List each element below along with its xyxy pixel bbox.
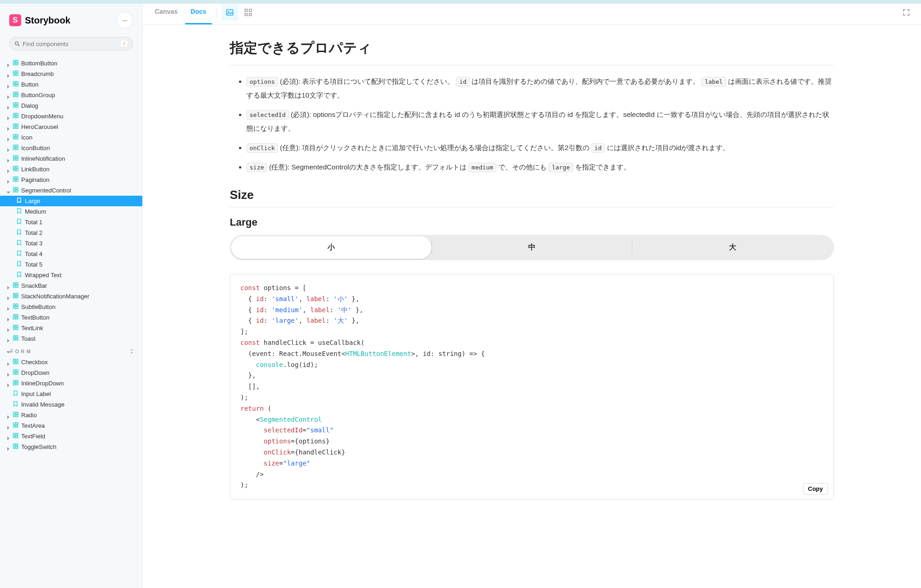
- component-icon: [13, 155, 18, 162]
- component-icon: [13, 293, 18, 300]
- brand[interactable]: S Storybook: [9, 14, 70, 26]
- prop-code: id: [591, 143, 605, 153]
- svg-rect-101: [16, 444, 18, 446]
- svg-rect-27: [16, 127, 18, 128]
- story-icon: [17, 240, 22, 247]
- brand-name: Storybook: [25, 15, 70, 26]
- image-icon: [226, 9, 233, 16]
- svg-rect-64: [13, 314, 15, 316]
- sidebar-component-snackbar[interactable]: SnackBar: [0, 280, 142, 291]
- svg-rect-82: [13, 373, 15, 374]
- svg-rect-48: [13, 187, 15, 189]
- sidebar-component-dropdown[interactable]: DropDown: [0, 367, 142, 378]
- component-icon: [13, 134, 18, 141]
- sidebar-component-textarea[interactable]: TextArea: [0, 420, 142, 431]
- sidebar-component-dialog[interactable]: Dialog: [0, 100, 142, 111]
- svg-rect-6: [13, 74, 15, 76]
- sidebar-story-invalid-message[interactable]: Invalid Message: [0, 399, 142, 410]
- svg-rect-7: [16, 74, 18, 76]
- sidebar-story-medium[interactable]: Medium: [0, 206, 142, 217]
- svg-rect-3: [16, 63, 18, 65]
- sidebar-story-total-4[interactable]: Total 4: [0, 249, 142, 259]
- tree-label: SubtleButton: [21, 303, 55, 310]
- svg-rect-65: [16, 314, 18, 316]
- search-field[interactable]: [23, 41, 117, 47]
- svg-rect-58: [13, 296, 15, 298]
- sidebar-component-bottombutton[interactable]: BottomButton: [0, 58, 142, 69]
- tree-label: SnackBar: [21, 282, 47, 289]
- seg-item-medium[interactable]: 中: [432, 236, 632, 259]
- sidebar-story-input-label[interactable]: Input Label: [0, 389, 142, 399]
- sidebar-component-breadcrumb[interactable]: Breadcrumb: [0, 69, 142, 79]
- sidebar-component-segmentedcontrol[interactable]: SegmentedControl: [0, 185, 142, 196]
- tool-grid[interactable]: [240, 4, 256, 21]
- sidebar-component-textfield[interactable]: TextField: [0, 431, 142, 442]
- sidebar-component-linkbutton[interactable]: LinkButton: [0, 164, 142, 175]
- sidebar-component-iconbutton[interactable]: IconButton: [0, 143, 142, 153]
- svg-rect-91: [16, 415, 18, 417]
- sidebar-component-toggleswitch[interactable]: ToggleSwitch: [0, 442, 142, 452]
- story-icon: [17, 198, 22, 204]
- tree-label: Radio: [21, 412, 37, 419]
- svg-rect-43: [16, 169, 18, 171]
- svg-rect-41: [16, 166, 18, 168]
- tree-label: IconButton: [21, 145, 50, 151]
- svg-rect-4: [13, 71, 15, 73]
- sidebar-story-wrapped-text[interactable]: Wrapped Text: [0, 270, 142, 280]
- svg-rect-79: [16, 362, 18, 364]
- sidebar-component-pagination[interactable]: Pagination: [0, 175, 142, 185]
- sidebar-component-textbutton[interactable]: TextButton: [0, 312, 142, 323]
- sidebar-component-buttongroup[interactable]: ButtonGroup: [0, 90, 142, 100]
- menu-button[interactable]: ···: [117, 12, 133, 29]
- section-label: FORM: [10, 349, 129, 354]
- docs-content[interactable]: 指定できるプロパティ options (必須): 表示する項目について配列で指定…: [143, 25, 921, 588]
- sidebar-story-total-3[interactable]: Total 3: [0, 238, 142, 249]
- tree-label: DropdownMenu: [21, 113, 64, 120]
- tree-label: Total 4: [25, 250, 42, 257]
- tool-snapshot[interactable]: [222, 4, 238, 21]
- sidebar-story-total-5[interactable]: Total 5: [0, 259, 142, 270]
- seg-item-large[interactable]: 大: [632, 236, 833, 259]
- sidebar-component-inlinenotification[interactable]: InlineNotification: [0, 153, 142, 164]
- sidebar-story-total-1[interactable]: Total 1: [0, 217, 142, 227]
- svg-rect-51: [16, 190, 18, 192]
- svg-rect-33: [16, 145, 18, 147]
- svg-rect-77: [16, 359, 18, 361]
- sidebar-component-herocarousel[interactable]: HeroCarousel: [0, 122, 142, 132]
- sidebar: S Storybook ··· / BottomButtonBreadcrumb…: [0, 0, 143, 588]
- svg-rect-99: [16, 436, 18, 438]
- sidebar-component-checkbox[interactable]: Checkbox: [0, 357, 142, 367]
- copy-button[interactable]: Copy: [803, 483, 828, 495]
- sidebar-component-stacknotificationmanager[interactable]: StackNotificationManager: [0, 291, 142, 302]
- prop-code: size: [246, 163, 267, 172]
- svg-rect-68: [13, 325, 15, 327]
- code-block[interactable]: const options = [ { id: 'small', label: …: [230, 274, 834, 500]
- sidebar-component-button[interactable]: Button: [0, 79, 142, 90]
- sidebar-story-large[interactable]: Large: [0, 196, 142, 206]
- sidebar-story-total-2[interactable]: Total 2: [0, 227, 142, 238]
- svg-rect-54: [13, 285, 15, 287]
- svg-rect-81: [16, 370, 18, 372]
- svg-rect-72: [13, 336, 15, 338]
- sidebar-component-icon[interactable]: Icon: [0, 132, 142, 143]
- sidebar-component-subtlebutton[interactable]: SubtleButton: [0, 302, 142, 312]
- prop-code: label: [701, 77, 726, 87]
- prop-item: selectedId (必須): optionsプロパティに指定した配列に含まれ…: [246, 108, 834, 135]
- sidebar-component-inlinedropdown[interactable]: InlineDropDown: [0, 378, 142, 389]
- sidebar-component-textlink[interactable]: TextLink: [0, 323, 142, 333]
- sidebar-component-toast[interactable]: Toast: [0, 333, 142, 344]
- prop-code: options: [246, 77, 278, 87]
- seg-item-small[interactable]: 小: [231, 236, 431, 259]
- sidebar-component-radio[interactable]: Radio: [0, 410, 142, 420]
- fullscreen-button[interactable]: [898, 4, 915, 21]
- svg-rect-98: [13, 436, 15, 438]
- search-input[interactable]: /: [9, 37, 133, 51]
- svg-rect-59: [16, 296, 18, 298]
- tree-label: Total 1: [25, 219, 42, 226]
- sidebar-component-dropdownmenu[interactable]: DropdownMenu: [0, 111, 142, 122]
- svg-rect-44: [13, 177, 15, 179]
- tree-label: Button: [21, 81, 39, 88]
- component-icon: [13, 359, 18, 366]
- svg-rect-26: [13, 127, 15, 128]
- sidebar-section-form[interactable]: FORM: [0, 344, 142, 357]
